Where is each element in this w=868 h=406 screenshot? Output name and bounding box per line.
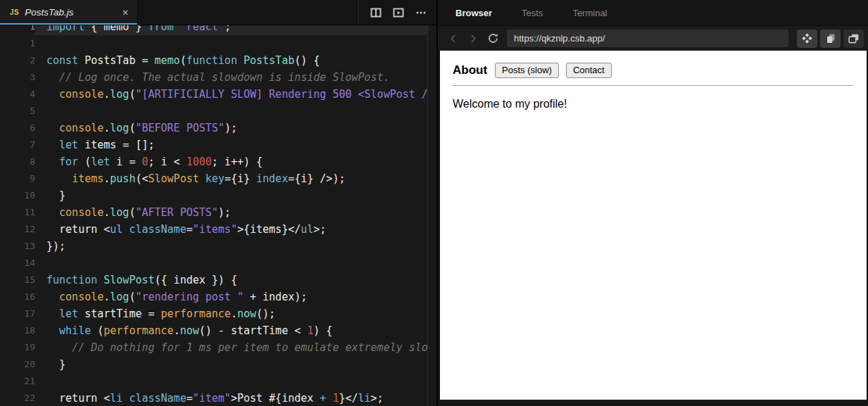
copy-icon [825, 33, 836, 44]
code-text: // Do nothing for 1 ms per item to emula… [35, 339, 428, 356]
code-line[interactable]: 1 [0, 35, 427, 52]
code-text: items.push(<SlowPost key={i} index={i} /… [35, 170, 427, 187]
code-line[interactable]: 20 } [0, 356, 427, 373]
code-text: while (performance.now() - startTime < 1… [35, 322, 427, 339]
line-number: 9 [0, 170, 35, 187]
welcome-text: Welcome to my profile! [453, 98, 853, 110]
code-text: } [35, 187, 427, 204]
line-number: 20 [0, 356, 35, 373]
code-line[interactable]: 3 // Log once. The actual slowdown is in… [0, 69, 427, 86]
code-text [35, 255, 427, 272]
code-text: import { memo } from 'react'; [35, 25, 427, 35]
code-area[interactable]: 1import { memo } from 'react';12const Po… [0, 25, 428, 406]
copy-url-button[interactable] [820, 30, 841, 48]
code-line[interactable]: 12 return <ul className="items">{items}<… [0, 221, 427, 238]
posts-slow-button[interactable]: Posts (slow) [495, 63, 559, 78]
code-text: }); [35, 238, 427, 255]
code-line[interactable]: 11 console.log("AFTER POSTS"); [0, 204, 427, 221]
line-number: 7 [0, 137, 35, 153]
editor-tab-bar: JS PostsTab.js ✕ [0, 0, 436, 25]
code-line[interactable]: 6 console.log("BEFORE POSTS"); [0, 120, 427, 137]
tab-terminal[interactable]: Terminal [572, 8, 607, 18]
code-editor-pane: 1import { memo } from 'react';12const Po… [0, 0, 436, 406]
line-number: 13 [0, 238, 35, 255]
code-text: let startTime = performance.now(); [35, 305, 427, 322]
line-number: 3 [0, 69, 35, 86]
code-line[interactable]: 2const PostsTab = memo(function PostsTab… [0, 52, 427, 69]
code-line[interactable]: 18 while (performance.now() - startTime … [0, 322, 427, 339]
more-options-icon[interactable] [415, 7, 427, 18]
line-number: 2 [0, 52, 35, 69]
devtools-tab-bar: Browser Tests Terminal [438, 0, 868, 26]
code-lines[interactable]: 1import { memo } from 'react';12const Po… [0, 25, 427, 406]
code-line[interactable]: 1import { memo } from 'react'; [0, 25, 427, 35]
code-text: } [35, 356, 427, 373]
code-line[interactable]: 9 items.push(<SlowPost key={i} index={i}… [0, 170, 427, 187]
diamond-grid-icon [801, 32, 813, 44]
line-number: 21 [0, 373, 35, 390]
code-line[interactable]: 16 console.log("rendering post " + index… [0, 288, 427, 305]
code-text: console.log("[ARTIFICIALLY SLOW] Renderi… [35, 86, 428, 103]
line-number: 16 [0, 288, 35, 305]
code-line[interactable]: 19 // Do nothing for 1 ms per item to em… [0, 339, 427, 356]
url-text: https://qkznlp.csb.app/ [514, 33, 605, 44]
code-line[interactable]: 13}); [0, 238, 427, 255]
code-line[interactable]: 4 console.log("[ARTIFICIALLY SLOW] Rende… [0, 86, 427, 103]
forward-icon[interactable] [463, 30, 483, 48]
code-text: const PostsTab = memo(function PostsTab(… [35, 52, 427, 69]
editor-toolbar [359, 0, 436, 25]
code-line[interactable]: 8 for (let i = 0; i < 1000; i++) { [0, 153, 427, 170]
code-text: function SlowPost({ index }) { [35, 272, 427, 288]
open-in-new-window-button[interactable] [843, 30, 864, 48]
code-text: for (let i = 0; i < 1000; i++) { [35, 153, 427, 170]
line-number: 17 [0, 305, 35, 322]
code-line[interactable]: 10 } [0, 187, 427, 204]
url-bar[interactable]: https://qkznlp.csb.app/ [507, 30, 788, 47]
tab-poststab-js[interactable]: JS PostsTab.js ✕ [0, 0, 138, 25]
line-number: 6 [0, 120, 35, 137]
tab-tests[interactable]: Tests [522, 8, 543, 18]
code-text [35, 103, 427, 120]
split-view-icon[interactable] [370, 7, 382, 18]
divider [453, 85, 853, 86]
contact-button[interactable]: Contact [566, 63, 612, 78]
code-line[interactable]: 22 return <li className="item">Post #{in… [0, 390, 427, 406]
refresh-icon[interactable] [483, 30, 503, 48]
line-number: 19 [0, 339, 35, 356]
browser-preview: About Posts (slow) Contact Welcome to my… [440, 51, 867, 400]
new-window-icon [848, 32, 860, 44]
tab-bar-spacer [138, 0, 358, 25]
responsive-mode-button[interactable] [797, 30, 817, 48]
line-number: 15 [0, 272, 35, 288]
preview-icon[interactable] [393, 7, 404, 18]
code-text [35, 373, 427, 390]
tab-browser[interactable]: Browser [455, 8, 492, 18]
line-number: 14 [0, 255, 35, 272]
line-number: 1 [0, 25, 35, 35]
back-icon[interactable] [444, 30, 463, 48]
preview-page: About Posts (slow) Contact Welcome to my… [440, 51, 867, 110]
code-line[interactable]: 21 [0, 373, 427, 390]
code-text: return <li className="item">Post #{index… [35, 390, 427, 406]
code-text: console.log("BEFORE POSTS"); [35, 120, 427, 137]
line-number: 18 [0, 322, 35, 339]
code-line[interactable]: 7 let items = []; [0, 137, 427, 153]
line-number: 1 [0, 35, 35, 52]
page-header: About Posts (slow) Contact [453, 63, 853, 78]
code-text: // Log once. The actual slowdown is insi… [35, 69, 427, 86]
close-tab-icon[interactable]: ✕ [122, 8, 129, 17]
line-number: 10 [0, 187, 35, 204]
devtools-pane: Browser Tests Terminal https://qkznlp.cs… [436, 0, 868, 406]
line-number: 5 [0, 103, 35, 120]
tab-title: PostsTab.js [25, 7, 116, 18]
javascript-file-icon: JS [10, 8, 19, 16]
code-text: console.log("rendering post " + index); [35, 288, 427, 305]
code-line[interactable]: 17 let startTime = performance.now(); [0, 305, 427, 322]
code-line[interactable]: 14 [0, 255, 427, 272]
code-line[interactable]: 15function SlowPost({ index }) { [0, 272, 427, 288]
page-title: About [453, 63, 487, 77]
code-text: console.log("AFTER POSTS"); [35, 204, 427, 221]
line-number: 12 [0, 221, 35, 238]
code-line[interactable]: 5 [0, 103, 427, 120]
code-text: return <ul className="items">{items}</ul… [35, 221, 427, 238]
